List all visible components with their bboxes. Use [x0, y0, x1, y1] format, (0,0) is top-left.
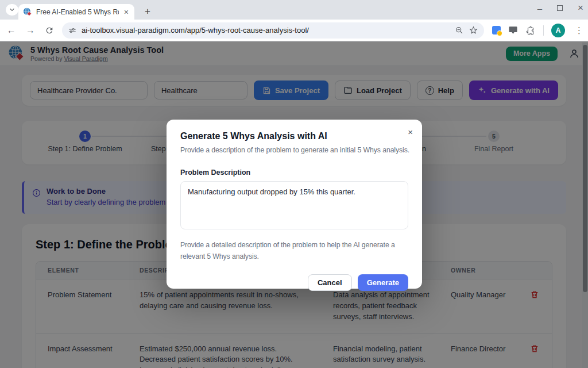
url-bar[interactable]: ai-toolbox.visual-paradigm.com/app/5-why…: [62, 22, 484, 39]
browser-menu-icon[interactable]: ⋮: [572, 25, 588, 36]
web-page: 5 Whys Root Cause Analysis Tool Powered …: [0, 41, 588, 368]
problem-description-textarea[interactable]: Manufacturing output dropped by 15% this…: [180, 181, 408, 229]
toolbar-divider: [543, 25, 544, 36]
browser-window: Free AI-Enabled 5 Whys Root C × + – × ← …: [0, 0, 588, 368]
tab-search-button[interactable]: [6, 4, 18, 16]
zoom-icon[interactable]: [455, 26, 464, 35]
profile-avatar[interactable]: A: [551, 24, 565, 37]
modal-subtitle: Provide a description of the problem to …: [180, 146, 408, 154]
extensions-puzzle-icon[interactable]: [525, 25, 536, 36]
problem-description-label: Problem Description: [180, 168, 408, 177]
site-favicon: [23, 7, 32, 17]
back-icon[interactable]: ←: [3, 22, 19, 39]
new-tab-button[interactable]: +: [141, 5, 154, 18]
tab-title: Free AI-Enabled 5 Whys Root C: [36, 8, 119, 16]
reload-icon[interactable]: [42, 22, 57, 39]
window-close-button[interactable]: ×: [578, 2, 583, 14]
modal-title: Generate 5 Whys Analysis with AI: [180, 131, 408, 141]
chevron-down-icon: [9, 6, 16, 13]
generate-ai-modal: Generate 5 Whys Analysis with AI × Provi…: [167, 120, 422, 289]
maximize-button[interactable]: [557, 5, 563, 11]
tab-close-icon[interactable]: ×: [123, 7, 130, 17]
site-info-icon[interactable]: [68, 26, 77, 35]
modal-helper-text: Provide a detailed description of the pr…: [180, 239, 408, 263]
url-text: ai-toolbox.visual-paradigm.com/app/5-why…: [82, 26, 450, 34]
minimize-button[interactable]: –: [537, 3, 542, 13]
side-panel-icon[interactable]: [492, 26, 501, 34]
tab-strip: Free AI-Enabled 5 Whys Root C × + – ×: [0, 0, 588, 20]
forward-icon[interactable]: →: [22, 22, 38, 39]
cancel-button[interactable]: Cancel: [308, 274, 352, 291]
generate-button[interactable]: Generate: [358, 274, 408, 291]
browser-tab[interactable]: Free AI-Enabled 5 Whys Root C ×: [18, 4, 134, 20]
bookmark-star-icon[interactable]: [469, 25, 478, 35]
comment-icon[interactable]: [508, 25, 518, 35]
browser-toolbar: ← → ai-toolbox.visual-paradigm.com/app/5…: [0, 20, 588, 41]
close-icon[interactable]: ×: [408, 127, 413, 137]
